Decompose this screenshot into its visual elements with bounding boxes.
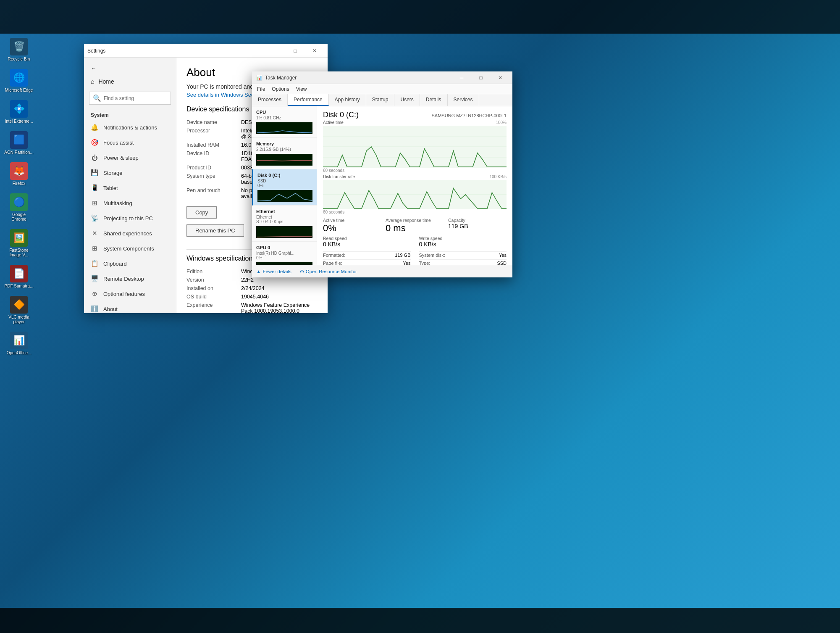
tab-performance[interactable]: Performance <box>288 94 329 106</box>
projecting-label: Projecting to this PC <box>103 215 153 222</box>
desktop-top-bar <box>0 0 840 34</box>
home-icon: ⌂ <box>91 78 94 85</box>
response-time-stat: Average response time 0 ms <box>386 218 444 233</box>
recycle-bin-label: Recycle Bin <box>8 57 30 61</box>
spec-key: Version <box>186 276 241 284</box>
system-section-label: System <box>84 108 176 120</box>
sidebar-item-system-components[interactable]: ⊞ System Components <box>84 241 176 256</box>
read-speed-value: 0 KB/s <box>323 241 411 248</box>
sidebar-item-projecting[interactable]: 📡 Projecting to this PC <box>84 211 176 226</box>
fewer-details-text: Fewer details <box>262 269 291 274</box>
back-button[interactable]: ← <box>84 62 176 75</box>
active-time-stat-label: Active time <box>323 218 381 223</box>
chrome-icon[interactable]: 🔵 Google Chrome <box>4 193 34 222</box>
minimize-button[interactable]: ─ <box>266 44 286 58</box>
shared-label: Shared experiences <box>103 230 152 237</box>
perf-item-cpu[interactable]: CPU 1% 0.81 GHz <box>252 106 317 138</box>
perf-item-disk[interactable]: Disk 0 (C:) SSD0% <box>252 169 317 206</box>
faststone-icon[interactable]: 🖼️ FastStone Image V... <box>4 229 34 257</box>
read-speed-stat: Read speed 0 KB/s <box>323 236 411 248</box>
sidebar-item-shared[interactable]: ✕ Shared experiences <box>84 226 176 241</box>
tm-minimize-button[interactable]: ─ <box>452 71 471 84</box>
sumatra-icon[interactable]: 📄 PDF Sumatra... <box>4 265 34 288</box>
settings-sidebar: ← ⌂ Home 🔍 System 🔔 Notifications & acti… <box>84 58 176 313</box>
sidebar-item-multitasking[interactable]: ⊞ Multitasking <box>84 195 176 211</box>
system-disk-val: Yes <box>499 253 507 258</box>
open-resource-monitor-link[interactable]: ⊙ Open Resource Monitor <box>300 269 357 274</box>
openoffice-icon[interactable]: 📊 OpenOffice... <box>4 332 34 355</box>
sidebar-item-focus[interactable]: 🎯 Focus assist <box>84 135 176 150</box>
sidebar-item-storage[interactable]: 💾 Storage <box>84 165 176 180</box>
view-menu[interactable]: View <box>293 85 310 93</box>
about-icon: ℹ️ <box>91 305 98 313</box>
tm-titlebar: 📊 Task Manager ─ □ ✕ <box>252 71 512 84</box>
tm-close-button[interactable]: ✕ <box>491 71 510 84</box>
spec-val: 2/24/2024 <box>241 284 318 293</box>
search-input[interactable] <box>104 95 167 101</box>
perf-item-ethernet[interactable]: Ethernet EthernetS: 0 R: 0 Kbps <box>252 206 317 242</box>
sidebar-item-optional[interactable]: ⊕ Optional features <box>84 286 176 301</box>
tm-maximize-button[interactable]: □ <box>471 71 491 84</box>
optional-icon: ⊕ <box>91 290 98 298</box>
file-menu[interactable]: File <box>254 85 268 93</box>
tab-services[interactable]: Services <box>448 94 479 106</box>
settings-title: Settings <box>87 48 105 54</box>
projecting-icon: 📡 <box>91 214 98 222</box>
sidebar-item-power[interactable]: ⏻ Power & sleep <box>84 150 176 165</box>
edge-icon[interactable]: 🌐 Microsoft Edge <box>4 69 34 92</box>
taskbar <box>0 608 840 633</box>
tab-details[interactable]: Details <box>420 94 448 106</box>
open-resource-monitor-text: Open Resource Monitor <box>306 269 357 274</box>
firefox-icon[interactable]: 🦊 Firefox <box>4 162 34 186</box>
cpu-mini-graph <box>256 122 312 134</box>
capacity-stat-value: 119 GB <box>448 223 507 229</box>
spec-val: Windows Feature Experience Pack 1000.190… <box>241 301 318 313</box>
perf-item-gpu[interactable]: GPU 0 Intel(R) HD Graphi...0% <box>252 242 317 265</box>
memory-sub: 2.2/15.9 GB (14%) <box>256 147 312 152</box>
page-file-key: Page file: <box>323 261 342 265</box>
power-icon: ⏻ <box>91 154 98 161</box>
spec-key: Edition <box>186 267 241 276</box>
rename-pc-button[interactable]: Rename this PC <box>186 224 244 237</box>
options-menu[interactable]: Options <box>268 85 292 93</box>
response-time-stat-value: 0 ms <box>386 223 444 233</box>
perf-item-memory[interactable]: Memory 2.2/15.9 GB (14%) <box>252 138 317 169</box>
system-disk-key: System disk: <box>419 253 445 258</box>
fewer-details-link[interactable]: ▲ Fewer details <box>256 269 291 274</box>
vlc-icon[interactable]: 🔶 VLC media player <box>4 296 34 324</box>
sidebar-item-notifications[interactable]: 🔔 Notifications & actions <box>84 120 176 135</box>
cpu-title: CPU <box>256 110 312 115</box>
transfer-rate-chart-label: Disk transfer rate 100 KB/s <box>323 174 507 179</box>
edge-label: Microsoft Edge <box>5 88 33 92</box>
write-speed-label: Write speed <box>419 236 507 241</box>
tab-users[interactable]: Users <box>394 94 420 106</box>
tm-details-row: Formatted: 119 GB System disk: Yes Page … <box>323 251 507 265</box>
cpu-sub: 1% 0.81 GHz <box>256 116 312 120</box>
close-button[interactable]: ✕ <box>305 44 324 58</box>
aon-partition-icon[interactable]: 🟦 AON Partition... <box>4 131 34 155</box>
transfer-rate-chart <box>323 180 507 209</box>
sidebar-item-remote[interactable]: 🖥️ Remote Desktop <box>84 271 176 286</box>
tab-startup[interactable]: Startup <box>366 94 395 106</box>
clipboard-label: Clipboard <box>103 261 127 267</box>
spec-key: Installed on <box>186 284 241 293</box>
tm-tabs: Processes Performance App history Startu… <box>252 94 512 106</box>
spec-key: Product ID <box>186 164 241 172</box>
tab-app-history[interactable]: App history <box>329 94 366 106</box>
write-speed-value: 0 KB/s <box>419 241 507 248</box>
sidebar-item-about[interactable]: ℹ️ About <box>84 301 176 313</box>
sidebar-item-clipboard[interactable]: 📋 Clipboard <box>84 256 176 271</box>
home-button[interactable]: ⌂ Home <box>84 75 176 88</box>
type-val: SSD <box>497 261 507 265</box>
maximize-button[interactable]: □ <box>286 44 305 58</box>
spec-val: 19045.4046 <box>241 293 318 301</box>
tab-processes[interactable]: Processes <box>252 94 288 106</box>
search-box[interactable]: 🔍 <box>89 92 171 105</box>
recycle-bin-icon[interactable]: 🗑️ Recycle Bin <box>4 38 34 61</box>
sixty-seconds-label-2: 60 seconds <box>323 210 507 214</box>
shared-icon: ✕ <box>91 229 98 237</box>
copy-device-specs-button[interactable]: Copy <box>186 206 217 219</box>
intel-extreme-icon[interactable]: 💠 Intel Extreme... <box>4 100 34 124</box>
tm-body: CPU 1% 0.81 GHz Memory 2.2/15.9 GB (14%) <box>252 106 512 265</box>
sidebar-item-tablet[interactable]: 📱 Tablet <box>84 180 176 195</box>
